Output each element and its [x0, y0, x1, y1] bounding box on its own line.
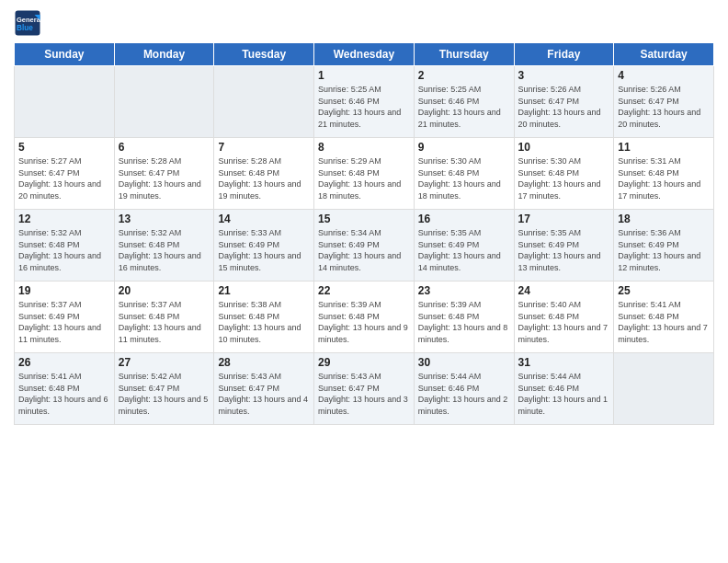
day-info: Sunrise: 5:44 AM Sunset: 6:46 PM Dayligh…: [418, 371, 510, 417]
day-info: Sunrise: 5:40 AM Sunset: 6:48 PM Dayligh…: [518, 299, 610, 345]
day-number: 24: [518, 284, 610, 297]
calendar-day-header: Saturday: [614, 43, 714, 66]
day-number: 17: [518, 213, 610, 225]
day-info: Sunrise: 5:38 AM Sunset: 6:48 PM Dayligh…: [218, 299, 310, 345]
calendar-cell: 28Sunrise: 5:43 AM Sunset: 6:47 PM Dayli…: [214, 353, 314, 425]
calendar-header-row: SundayMondayTuesdayWednesdayThursdayFrid…: [15, 43, 714, 66]
day-number: 9: [418, 141, 510, 154]
calendar-cell: 14Sunrise: 5:33 AM Sunset: 6:49 PM Dayli…: [214, 210, 314, 282]
day-number: 6: [119, 141, 210, 154]
day-info: Sunrise: 5:26 AM Sunset: 6:47 PM Dayligh…: [518, 84, 610, 130]
day-number: 22: [318, 284, 410, 297]
day-info: Sunrise: 5:33 AM Sunset: 6:49 PM Dayligh…: [218, 227, 310, 273]
day-number: 10: [518, 141, 610, 154]
day-info: Sunrise: 5:28 AM Sunset: 6:47 PM Dayligh…: [119, 155, 210, 201]
calendar-cell: 23Sunrise: 5:39 AM Sunset: 6:48 PM Dayli…: [414, 282, 514, 353]
calendar-cell: 26Sunrise: 5:41 AM Sunset: 6:48 PM Dayli…: [15, 353, 115, 425]
day-info: Sunrise: 5:31 AM Sunset: 6:48 PM Dayligh…: [618, 155, 710, 201]
day-info: Sunrise: 5:41 AM Sunset: 6:48 PM Dayligh…: [18, 371, 110, 417]
day-info: Sunrise: 5:35 AM Sunset: 6:49 PM Dayligh…: [418, 227, 510, 273]
day-info: Sunrise: 5:35 AM Sunset: 6:49 PM Dayligh…: [518, 227, 610, 273]
day-number: 2: [418, 69, 510, 82]
calendar-day-header: Thursday: [414, 43, 514, 66]
calendar-cell: 4Sunrise: 5:26 AM Sunset: 6:47 PM Daylig…: [614, 66, 714, 138]
day-info: Sunrise: 5:32 AM Sunset: 6:48 PM Dayligh…: [119, 227, 210, 273]
day-info: Sunrise: 5:29 AM Sunset: 6:48 PM Dayligh…: [318, 155, 410, 201]
calendar-cell: 30Sunrise: 5:44 AM Sunset: 6:46 PM Dayli…: [414, 353, 514, 425]
day-info: Sunrise: 5:34 AM Sunset: 6:49 PM Dayligh…: [318, 227, 410, 273]
calendar-cell: 19Sunrise: 5:37 AM Sunset: 6:49 PM Dayli…: [15, 282, 115, 353]
calendar-cell: 8Sunrise: 5:29 AM Sunset: 6:48 PM Daylig…: [314, 138, 415, 210]
logo-icon: General Blue: [14, 9, 41, 37]
calendar-cell: 27Sunrise: 5:42 AM Sunset: 6:47 PM Dayli…: [114, 353, 214, 425]
day-number: 7: [218, 141, 310, 154]
day-number: 1: [318, 69, 410, 82]
calendar-cell: 31Sunrise: 5:44 AM Sunset: 6:46 PM Dayli…: [514, 353, 614, 425]
calendar-cell: 17Sunrise: 5:35 AM Sunset: 6:49 PM Dayli…: [514, 210, 614, 282]
calendar-day-header: Friday: [514, 43, 614, 66]
day-number: 3: [518, 69, 610, 82]
day-number: 11: [618, 141, 710, 154]
calendar-cell: 9Sunrise: 5:30 AM Sunset: 6:48 PM Daylig…: [414, 138, 514, 210]
day-number: 21: [218, 284, 310, 297]
day-info: Sunrise: 5:30 AM Sunset: 6:48 PM Dayligh…: [518, 155, 610, 201]
calendar-week-row: 5Sunrise: 5:27 AM Sunset: 6:47 PM Daylig…: [15, 138, 714, 210]
day-number: 12: [18, 213, 110, 225]
calendar-cell: 29Sunrise: 5:43 AM Sunset: 6:47 PM Dayli…: [314, 353, 415, 425]
day-number: 8: [318, 141, 410, 154]
calendar-week-row: 1Sunrise: 5:25 AM Sunset: 6:46 PM Daylig…: [15, 66, 714, 138]
calendar-cell: 20Sunrise: 5:37 AM Sunset: 6:48 PM Dayli…: [114, 282, 214, 353]
day-number: 20: [119, 284, 210, 297]
calendar-cell: 12Sunrise: 5:32 AM Sunset: 6:48 PM Dayli…: [15, 210, 115, 282]
calendar-cell: 5Sunrise: 5:27 AM Sunset: 6:47 PM Daylig…: [15, 138, 115, 210]
day-info: Sunrise: 5:44 AM Sunset: 6:46 PM Dayligh…: [518, 371, 610, 417]
day-number: 18: [618, 213, 710, 225]
calendar: SundayMondayTuesdayWednesdayThursdayFrid…: [14, 42, 714, 425]
logo: General Blue: [14, 9, 41, 37]
calendar-cell: 16Sunrise: 5:35 AM Sunset: 6:49 PM Dayli…: [414, 210, 514, 282]
calendar-cell: 6Sunrise: 5:28 AM Sunset: 6:47 PM Daylig…: [114, 138, 214, 210]
day-number: 4: [618, 69, 710, 82]
header: General Blue: [14, 9, 714, 37]
day-number: 13: [119, 213, 210, 225]
calendar-cell: 2Sunrise: 5:25 AM Sunset: 6:46 PM Daylig…: [414, 66, 514, 138]
calendar-cell: [214, 66, 314, 138]
day-number: 29: [318, 356, 410, 369]
calendar-day-header: Monday: [114, 43, 214, 66]
day-info: Sunrise: 5:43 AM Sunset: 6:47 PM Dayligh…: [318, 371, 410, 417]
day-info: Sunrise: 5:30 AM Sunset: 6:48 PM Dayligh…: [418, 155, 510, 201]
calendar-cell: [614, 353, 714, 425]
day-info: Sunrise: 5:39 AM Sunset: 6:48 PM Dayligh…: [318, 299, 410, 345]
day-info: Sunrise: 5:25 AM Sunset: 6:46 PM Dayligh…: [318, 84, 410, 130]
day-info: Sunrise: 5:27 AM Sunset: 6:47 PM Dayligh…: [18, 155, 110, 201]
day-number: 31: [518, 356, 610, 369]
calendar-cell: [15, 66, 115, 138]
day-number: 25: [618, 284, 710, 297]
calendar-week-row: 26Sunrise: 5:41 AM Sunset: 6:48 PM Dayli…: [15, 353, 714, 425]
day-number: 27: [119, 356, 210, 369]
day-info: Sunrise: 5:43 AM Sunset: 6:47 PM Dayligh…: [218, 371, 310, 417]
calendar-cell: 22Sunrise: 5:39 AM Sunset: 6:48 PM Dayli…: [314, 282, 415, 353]
day-number: 30: [418, 356, 510, 369]
day-number: 26: [18, 356, 110, 369]
day-number: 15: [318, 213, 410, 225]
day-info: Sunrise: 5:37 AM Sunset: 6:49 PM Dayligh…: [18, 299, 110, 345]
calendar-week-row: 12Sunrise: 5:32 AM Sunset: 6:48 PM Dayli…: [15, 210, 714, 282]
calendar-cell: 13Sunrise: 5:32 AM Sunset: 6:48 PM Dayli…: [114, 210, 214, 282]
calendar-day-header: Sunday: [15, 43, 115, 66]
calendar-cell: 25Sunrise: 5:41 AM Sunset: 6:48 PM Dayli…: [614, 282, 714, 353]
calendar-day-header: Tuesday: [214, 43, 314, 66]
day-info: Sunrise: 5:41 AM Sunset: 6:48 PM Dayligh…: [618, 299, 710, 345]
day-info: Sunrise: 5:36 AM Sunset: 6:49 PM Dayligh…: [618, 227, 710, 273]
day-info: Sunrise: 5:32 AM Sunset: 6:48 PM Dayligh…: [18, 227, 110, 273]
day-info: Sunrise: 5:28 AM Sunset: 6:48 PM Dayligh…: [218, 155, 310, 201]
calendar-cell: 18Sunrise: 5:36 AM Sunset: 6:49 PM Dayli…: [614, 210, 714, 282]
day-number: 19: [18, 284, 110, 297]
day-number: 28: [218, 356, 310, 369]
calendar-cell: 15Sunrise: 5:34 AM Sunset: 6:49 PM Dayli…: [314, 210, 415, 282]
day-number: 23: [418, 284, 510, 297]
day-info: Sunrise: 5:26 AM Sunset: 6:47 PM Dayligh…: [618, 84, 710, 130]
day-number: 5: [18, 141, 110, 154]
day-info: Sunrise: 5:39 AM Sunset: 6:48 PM Dayligh…: [418, 299, 510, 345]
calendar-cell: 24Sunrise: 5:40 AM Sunset: 6:48 PM Dayli…: [514, 282, 614, 353]
